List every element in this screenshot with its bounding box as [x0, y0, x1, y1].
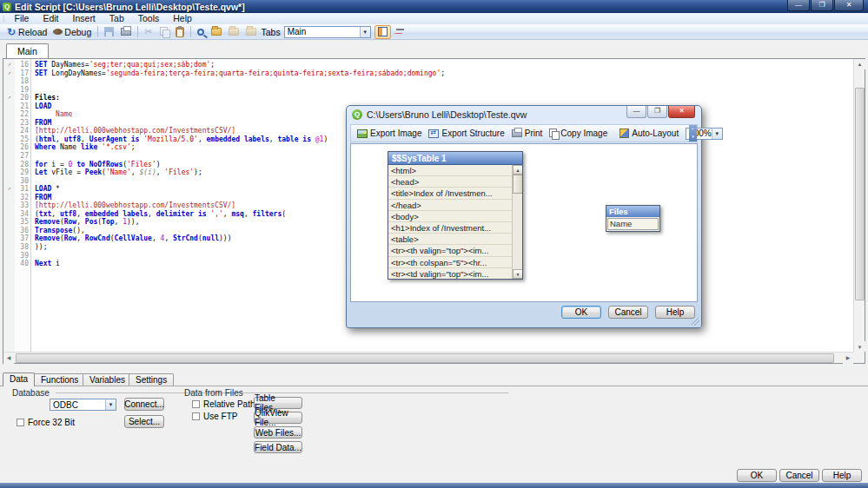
resize-grip[interactable]	[692, 318, 699, 326]
scroll-up-icon[interactable]: ▲	[854, 59, 865, 69]
menu-tab[interactable]: Tab	[103, 13, 131, 24]
use-ftp-checkbox[interactable]: Use FTP	[192, 412, 237, 421]
scroll-down-icon[interactable]: ▼	[513, 269, 522, 279]
marker-cell	[3, 77, 15, 86]
dialog-print-button[interactable]: Print	[508, 128, 547, 139]
save-icon	[104, 27, 114, 36]
tabs-dropdown[interactable]: Main ▼	[284, 26, 371, 38]
dialog-minimize-button[interactable]: —	[626, 106, 646, 118]
syntax-check-button[interactable]: ~~~	[394, 26, 407, 38]
scroll-down-icon[interactable]: ▼	[854, 341, 865, 352]
menu-tools[interactable]: Tools	[131, 13, 167, 24]
help-button[interactable]: Help	[822, 469, 862, 482]
tab-functions[interactable]: Functions	[34, 373, 85, 386]
reload-button[interactable]: ↻ Reload	[3, 26, 50, 38]
systable-row: </head>	[388, 200, 512, 211]
scrollbar-thumb[interactable]	[513, 175, 522, 194]
maximize-button[interactable]: ❐	[811, 0, 833, 11]
dialog-help-button[interactable]: Help	[655, 306, 695, 319]
editor-vertical-scrollbar[interactable]: ▲ ▼	[853, 59, 865, 352]
database-group-label: Database	[12, 388, 50, 398]
table-viewer-button[interactable]	[374, 25, 391, 39]
ok-button[interactable]: OK	[737, 469, 777, 482]
scrollbar-thumb[interactable]	[855, 88, 865, 300]
export-image-button[interactable]: Export Image	[354, 128, 425, 139]
files-table-header[interactable]: Files	[606, 206, 659, 217]
scroll-up-icon[interactable]: ▲	[513, 165, 522, 175]
table-viewer-icon	[378, 27, 388, 36]
connect-button[interactable]: Connect...	[124, 398, 164, 411]
relative-paths-checkbox[interactable]: Relative Paths	[192, 399, 259, 409]
copy-button[interactable]	[156, 26, 172, 37]
auto-layout-button[interactable]: Auto-Layout	[616, 128, 682, 139]
line-number: 22	[15, 110, 31, 119]
dialog-close-button[interactable]: ✕	[668, 106, 695, 118]
tab-data[interactable]: Data	[3, 373, 35, 386]
code-line[interactable]: ↗17SET LongDayNames='segunda-feira;terça…	[3, 69, 852, 78]
web-files-button[interactable]: Web Files...	[254, 426, 302, 439]
dialog-maximize-button[interactable]: ❐	[647, 106, 667, 118]
database-dropdown[interactable]: ODBC ▼	[50, 399, 116, 411]
line-number: 38	[15, 243, 31, 252]
tab-settings[interactable]: Settings	[129, 373, 174, 386]
print-button[interactable]	[117, 27, 135, 36]
code-text: Next i	[31, 260, 60, 268]
scroll-left-icon[interactable]: ◀	[3, 353, 14, 364]
code-text: ));	[31, 243, 47, 252]
editor-horizontal-scrollbar[interactable]: ◀ ▶	[3, 352, 853, 363]
cut-button[interactable]: ✂	[141, 25, 156, 38]
code-line[interactable]: 18	[3, 77, 852, 86]
table-viewer-canvas[interactable]: $$SysTable 1 <html><head><title>Index of…	[350, 143, 698, 302]
toolbar-overflow-icon[interactable]: ▪▾	[689, 125, 697, 142]
paste-button[interactable]	[172, 26, 188, 38]
code-line[interactable]: ↗20Files:	[3, 94, 852, 102]
select-button[interactable]: Select...	[124, 415, 164, 428]
tab-variables[interactable]: Variables	[83, 373, 132, 386]
files-table-field-name[interactable]: Name	[607, 218, 659, 230]
open-button[interactable]	[208, 27, 225, 36]
systable-header[interactable]: $$SysTable 1	[388, 152, 522, 165]
line-number: 24	[15, 127, 31, 135]
code-line[interactable]: ↗16SET DayNames='seg;ter;qua;qui;sex;sáb…	[3, 61, 852, 69]
scroll-right-icon[interactable]: ▶	[843, 353, 853, 364]
systable-row: <table>	[388, 234, 512, 245]
systable-scrollbar[interactable]: ▲ ▼	[512, 165, 522, 279]
files-table-window[interactable]: Files Name	[606, 205, 660, 232]
line-number: 20	[15, 94, 31, 102]
qlikview-app-icon: Q	[3, 3, 11, 11]
next-tab-button[interactable]	[242, 27, 260, 36]
minimize-button[interactable]: —	[787, 0, 810, 11]
cancel-button[interactable]: Cancel	[779, 469, 819, 482]
debug-button[interactable]: Debug	[50, 26, 95, 38]
table-files-button[interactable]: Table Files...	[254, 397, 302, 409]
copy-image-button[interactable]: Copy Image	[546, 128, 611, 139]
data-from-files-group-label: Data from Files	[184, 388, 243, 398]
menu-edit[interactable]: Edit	[36, 13, 65, 24]
find-button[interactable]	[194, 28, 208, 36]
editor-tab-main[interactable]: Main	[6, 43, 49, 58]
titlebar: Q Edit Script [C:\Users\Bruno Lelli\Desk…	[0, 0, 868, 13]
export-structure-button[interactable]: Export Structure	[425, 128, 507, 139]
save-button[interactable]	[101, 26, 117, 37]
relative-paths-label: Relative Paths	[203, 399, 259, 409]
dialog-cancel-button[interactable]: Cancel	[608, 306, 648, 319]
menu-help[interactable]: Help	[166, 13, 199, 24]
scrollbar-thumb[interactable]	[16, 353, 834, 363]
systable-window[interactable]: $$SysTable 1 <html><head><title>Index of…	[388, 151, 523, 280]
marker-cell	[3, 227, 15, 235]
menu-file[interactable]: File	[8, 13, 36, 24]
marker-cell	[3, 218, 15, 227]
field-data-button[interactable]: Field Data...	[254, 441, 302, 453]
line-number: 29	[15, 168, 31, 177]
code-text: FROM	[31, 119, 51, 128]
code-text: [http://lelli.000webhostapp.com/Investme…	[31, 127, 235, 135]
force-32bit-checkbox[interactable]: Force 32 Bit	[17, 418, 75, 427]
previous-tab-button[interactable]	[225, 27, 242, 36]
systable-body: <html><head><title>Index of /Investmen..…	[388, 165, 522, 279]
code-line[interactable]: 19	[3, 86, 852, 95]
auto-layout-icon	[620, 129, 629, 138]
menu-insert[interactable]: Insert	[66, 13, 103, 24]
close-button[interactable]: ✕	[834, 0, 864, 11]
dialog-ok-button[interactable]: OK	[561, 306, 601, 319]
qlikview-file-button[interactable]: QlikView File...	[254, 412, 302, 424]
